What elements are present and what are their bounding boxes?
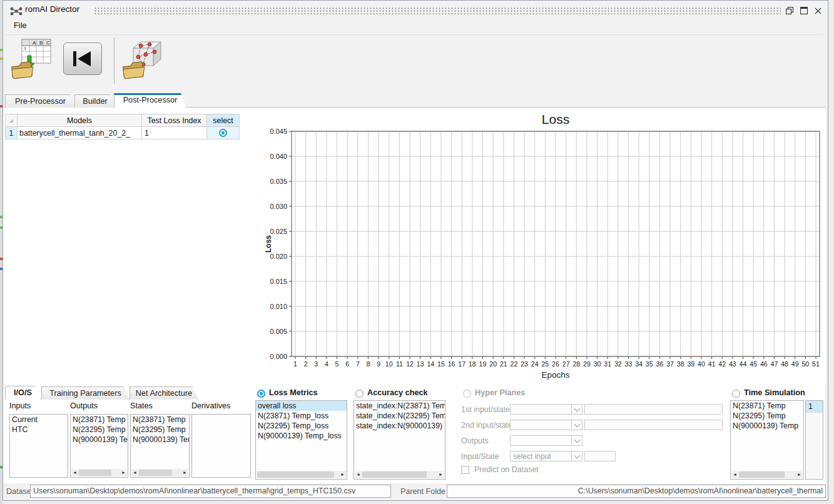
predict-on-dataset-checkbox[interactable] <box>461 466 469 474</box>
import-model-button[interactable] <box>121 38 164 83</box>
scroll-right-icon[interactable]: ► <box>796 471 803 478</box>
x-grid-and-ticks: 1234567891011121314151617181920212223242… <box>293 131 820 368</box>
scroll-left-icon[interactable]: ◄ <box>131 469 138 476</box>
time-simulation-radio[interactable] <box>732 390 740 398</box>
loss-metrics-list[interactable]: overall loss N(23871) Temp_loss N(23295)… <box>255 400 347 480</box>
column-header-select[interactable]: select <box>207 114 240 127</box>
time-simulation-index-column[interactable]: 1 <box>805 400 823 480</box>
tab-post-processor[interactable]: Post-Processor <box>114 93 186 108</box>
states-list[interactable]: N(23871) Temp N(23295) Temp N(90000139) … <box>130 414 190 478</box>
scroll-right-icon[interactable]: ► <box>437 471 444 478</box>
import-dataset-button[interactable]: A B C I <box>10 38 53 83</box>
combo-arrow-box[interactable] <box>571 451 582 461</box>
horizontal-scrollbar[interactable]: ◄ ► <box>131 469 188 476</box>
hyper-planes-radio[interactable] <box>463 390 471 398</box>
toolbar-separator <box>114 38 114 84</box>
test-loss-index-cell[interactable]: 1 <box>142 127 207 139</box>
scroll-right-icon[interactable]: ► <box>181 469 188 476</box>
time-simulation-list[interactable]: N(23871) Temp N(23295) Temp N(90000139) … <box>730 400 804 480</box>
maximize-icon[interactable] <box>798 6 810 16</box>
input-state-field[interactable] <box>584 451 616 461</box>
svg-text:24: 24 <box>531 360 539 368</box>
derivatives-list[interactable] <box>191 414 251 478</box>
model-name-cell[interactable]: batterycell_thermal_tanh_20_2_ <box>18 127 142 139</box>
row-header[interactable]: 1 <box>5 127 18 139</box>
accuracy-check-list[interactable]: state_index:N(23871) Temp state_index:N(… <box>353 400 445 480</box>
titlebar-drag-texture[interactable] <box>94 7 781 15</box>
list-item-selected[interactable]: overall loss <box>256 401 347 411</box>
list-item[interactable]: state_index:N(23871) Temp <box>354 401 445 411</box>
svg-text:7: 7 <box>356 360 360 368</box>
second-input-state-field[interactable] <box>584 420 723 430</box>
scroll-right-icon[interactable]: ► <box>120 469 127 476</box>
scroll-right-icon[interactable]: ► <box>339 471 346 478</box>
list-item[interactable]: N(23295) Temp <box>131 425 189 435</box>
scroll-thumb[interactable] <box>739 471 785 478</box>
tab-pre-processor[interactable]: Pre-Processor <box>5 94 76 108</box>
tab-ios[interactable]: I/O/S <box>5 386 41 400</box>
second-input-state-label: 2nd input/state <box>461 421 510 430</box>
list-item[interactable]: N(23871) Temp <box>131 415 189 425</box>
menu-file[interactable]: File <box>11 20 29 31</box>
list-item[interactable]: N(23295) Temp <box>731 411 803 421</box>
index-cell[interactable]: 1 <box>806 401 823 413</box>
list-item[interactable]: state_index:N(23295) Temp <box>354 411 445 421</box>
tab-builder[interactable]: Builder <box>74 94 116 108</box>
list-item[interactable]: state_index:N(90000139) Temp <box>354 421 445 431</box>
list-item[interactable]: N(90000139) Temp_loss <box>256 431 347 441</box>
svg-text:35: 35 <box>646 360 653 368</box>
scroll-thumb[interactable] <box>79 470 111 476</box>
outputs-list[interactable]: N(23871) Temp N(23295) Temp N(90000139) … <box>70 414 128 478</box>
list-item[interactable]: N(90000139) Temp <box>731 421 803 431</box>
parent-folder-path-field[interactable]: C:\Users\sonuman\Desktop\demos\romAI\non… <box>447 485 826 498</box>
select-cell[interactable] <box>207 127 240 139</box>
scroll-left-icon[interactable]: ◄ <box>731 471 738 478</box>
horizontal-scrollbar[interactable]: ◄ ► <box>71 469 127 476</box>
column-header-models[interactable]: Models <box>18 114 142 127</box>
list-item[interactable]: N(23871) Temp <box>731 401 803 411</box>
float-icon[interactable] <box>784 6 795 16</box>
list-item[interactable]: N(23295) Temp_loss <box>256 421 347 431</box>
scroll-left-icon[interactable]: ◄ <box>355 471 362 478</box>
inputs-list[interactable]: Current HTC <box>9 414 68 478</box>
import-dataset-icon: A B C I <box>11 38 52 82</box>
scroll-thumb[interactable] <box>139 470 172 476</box>
scroll-thumb[interactable] <box>362 471 427 478</box>
tab-training-parameters[interactable]: Training Parameters <box>41 386 130 400</box>
accuracy-check-label: Accuracy check <box>367 388 428 397</box>
combo-arrow-box[interactable] <box>571 420 582 430</box>
close-icon[interactable] <box>812 6 823 16</box>
combo-arrow-box[interactable] <box>571 436 582 445</box>
scroll-left-icon[interactable]: ◄ <box>71 469 78 476</box>
list-item[interactable]: N(23871) Temp <box>71 415 128 425</box>
y-axis-label: Loss <box>264 235 273 253</box>
accuracy-check-radio[interactable] <box>355 390 364 398</box>
input-state-combo[interactable]: select input <box>510 451 582 461</box>
list-item[interactable]: N(23871) Temp_loss <box>256 411 347 421</box>
outputs-combo[interactable] <box>510 435 582 446</box>
svg-text:36: 36 <box>656 360 664 368</box>
combo-arrow-box[interactable] <box>571 405 582 414</box>
list-item[interactable]: HTC <box>10 425 68 435</box>
dataset-path-field[interactable]: Users\sonuman\Desktop\demos\romAI\nonlin… <box>30 485 391 498</box>
tab-label: Net Architecture <box>136 389 192 398</box>
svg-text:45: 45 <box>750 360 757 368</box>
tab-net-architecture[interactable]: Net Architecture <box>130 386 198 400</box>
svg-text:12: 12 <box>406 360 414 368</box>
list-item[interactable]: N(23295) Temp <box>71 425 128 435</box>
second-input-state-combo[interactable] <box>510 420 582 430</box>
loss-metrics-radio[interactable] <box>257 390 265 398</box>
list-item[interactable]: N(90000139) Temp <box>131 435 189 445</box>
scroll-thumb[interactable] <box>257 471 334 478</box>
horizontal-scrollbar[interactable]: ► <box>257 471 346 478</box>
svg-text:27: 27 <box>562 360 570 368</box>
list-item[interactable]: Current <box>10 415 68 425</box>
list-item[interactable]: N(90000139) Temp <box>71 435 128 445</box>
model-select-radio[interactable] <box>219 129 227 137</box>
column-header-test-loss-index[interactable]: Test Loss Index <box>142 114 207 127</box>
first-input-state-field[interactable] <box>584 404 723 415</box>
reset-button[interactable] <box>63 43 102 75</box>
horizontal-scrollbar[interactable]: ◄ ► <box>731 471 803 478</box>
horizontal-scrollbar[interactable]: ◄ ► <box>355 471 444 478</box>
first-input-state-combo[interactable] <box>510 404 582 415</box>
